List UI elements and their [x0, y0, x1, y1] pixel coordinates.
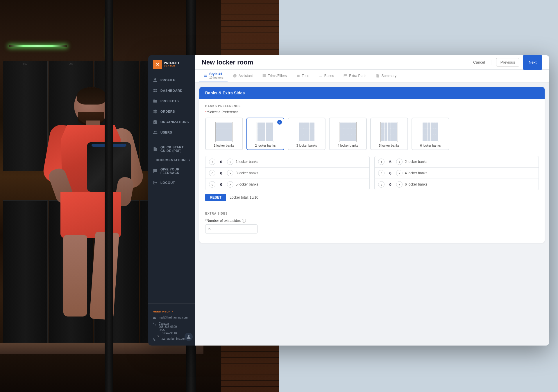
- select-pref-label: **Select a Preference: [205, 110, 539, 114]
- tab-bases-label: Bases: [324, 74, 334, 78]
- bank-2-label: 2 locker banks: [255, 144, 276, 147]
- back-button[interactable]: ‹: [153, 330, 163, 341]
- selected-checkmark: ✓: [277, 120, 282, 125]
- qty-value-6: 0: [387, 182, 394, 187]
- column-divider: [105, 0, 113, 392]
- qty-decrement-3[interactable]: ‹: [209, 170, 215, 176]
- tab-style1-sub: 10 lockers: [209, 76, 223, 79]
- qty-increment-1[interactable]: ›: [227, 159, 233, 165]
- sidebar-dashboard-label: DASHBOARD: [160, 89, 183, 92]
- usa-label: USA: [159, 328, 177, 332]
- qty-decrement-5[interactable]: ‹: [209, 181, 215, 188]
- summary-tab-icon: [376, 74, 380, 78]
- sidebar-item-logout[interactable]: Logout: [148, 177, 195, 188]
- bank-3-label: 3 locker banks: [296, 144, 317, 147]
- section-divider: [205, 207, 539, 207]
- bank-option-4[interactable]: 4 locker banks: [329, 118, 367, 150]
- bank-options: 1 locker banks ✓ 2 locker banks: [205, 118, 539, 150]
- qty-value-1: 0: [218, 160, 225, 164]
- sidebar-item-documentation[interactable]: Documentation ›: [148, 155, 195, 165]
- person-icon: [153, 78, 158, 82]
- file-pdf-icon: [153, 147, 158, 151]
- qty-increment-3[interactable]: ›: [227, 170, 233, 176]
- main-content: New locker room Cancel | Previous Next S…: [195, 55, 549, 346]
- info-icon[interactable]: i: [242, 219, 246, 223]
- locker-total: Locker total: 10/10: [230, 195, 258, 199]
- box-icon: [153, 109, 158, 114]
- qty-desc-6: 6 locker banks: [405, 182, 427, 186]
- next-button[interactable]: Next: [523, 55, 542, 70]
- tab-bar: Style #1 10 lockers Assistant Trims/Fill…: [195, 70, 549, 82]
- bank-option-3[interactable]: 3 locker banks: [288, 118, 326, 150]
- qty-desc-3: 3 locker banks: [236, 171, 258, 175]
- sidebar-logout-label: Logout: [160, 181, 175, 184]
- canada-label: Canada: [159, 322, 177, 325]
- action-divider: |: [491, 60, 493, 65]
- tab-tops[interactable]: Tops: [292, 71, 313, 81]
- qty-right-col: ‹ 5 › 2 locker banks ‹ 0 › 4 locker bank…: [374, 156, 539, 190]
- tab-tops-label: Tops: [302, 74, 309, 78]
- locker-diagram-2: [257, 122, 274, 142]
- num-extra-sides-input[interactable]: [205, 224, 257, 233]
- tab-assistant[interactable]: Assistant: [229, 71, 257, 81]
- qty-decrement-2[interactable]: ‹: [378, 159, 384, 165]
- sidebar-item-profile[interactable]: PROFILE: [148, 75, 195, 85]
- qty-value-2: 5: [387, 160, 394, 164]
- qty-decrement-1[interactable]: ‹: [209, 159, 215, 165]
- feedback-icon: [153, 169, 158, 173]
- logo-center-text: CENTER: [164, 65, 180, 67]
- email-icon: [153, 316, 156, 320]
- previous-button[interactable]: Previous: [496, 58, 520, 66]
- sidebar-item-dashboard[interactable]: DASHBOARD: [148, 85, 195, 96]
- logo-icon: [153, 60, 162, 69]
- qty-row-2: ‹ 5 › 2 locker banks: [374, 156, 539, 167]
- cancel-button[interactable]: Cancel: [470, 58, 488, 66]
- bank-option-5[interactable]: 5 locker banks: [370, 118, 408, 150]
- bank-option-1[interactable]: 1 locker banks: [205, 118, 243, 150]
- qty-increment-6[interactable]: ›: [396, 181, 403, 188]
- bank-option-2[interactable]: ✓ 2 locker banks: [246, 118, 284, 150]
- sidebar-item-feedback[interactable]: Give your Feedback: [148, 165, 195, 177]
- chevron-right-icon: ›: [189, 159, 190, 162]
- page-title: New locker room: [202, 59, 253, 66]
- user-avatar: [185, 333, 193, 341]
- phone-icon: [153, 322, 156, 326]
- tab-summary-label: Summary: [382, 74, 396, 78]
- sidebar-item-users[interactable]: USERS: [148, 127, 195, 138]
- logo-text: PROJECT CENTER: [164, 62, 180, 67]
- neon-light-horizontal: [9, 45, 67, 47]
- qty-row-6: ‹ 0 › 6 locker banks: [374, 179, 539, 190]
- grid-icon: [153, 88, 158, 93]
- qty-decrement-4[interactable]: ‹: [378, 170, 384, 176]
- bank-1-label: 1 locker banks: [214, 144, 235, 147]
- top-bar: New locker room Cancel | Previous Next: [195, 55, 549, 70]
- contact-email[interactable]: mail@hadrian-inc.com: [148, 315, 195, 321]
- qty-value-3: 0: [218, 171, 225, 175]
- num-extra-sides-label: *Number of extra sides i: [205, 219, 539, 223]
- tab-style1[interactable]: Style #1 10 lockers: [199, 70, 228, 82]
- qty-increment-4[interactable]: ›: [396, 170, 403, 176]
- qty-increment-2[interactable]: ›: [396, 159, 403, 165]
- reset-button[interactable]: RESET: [205, 194, 226, 201]
- qty-increment-5[interactable]: ›: [227, 181, 233, 188]
- tab-bases[interactable]: Bases: [314, 71, 338, 81]
- bank-option-6[interactable]: 6 locker banks: [412, 118, 449, 150]
- tab-summary[interactable]: Summary: [372, 71, 400, 81]
- qty-value-5: 0: [218, 182, 225, 187]
- svg-rect-2: [153, 91, 155, 92]
- locker-diagram-4: [339, 122, 357, 142]
- tab-trims[interactable]: Trims/Fillers: [258, 71, 291, 81]
- sidebar-item-orders[interactable]: ORDERS: [148, 106, 195, 117]
- qty-desc-2: 2 locker banks: [405, 160, 427, 164]
- tab-extra-parts[interactable]: Extra Parts: [339, 71, 370, 81]
- tab-extra-parts-label: Extra Parts: [349, 74, 366, 78]
- app-window: PROJECT CENTER PROFILE DASHBOARD PROJECT…: [148, 55, 549, 346]
- sidebar-item-organizations[interactable]: ORGANIZATIONS: [148, 117, 195, 127]
- sidebar-item-projects[interactable]: PROJECTS: [148, 96, 195, 106]
- building-icon: [153, 120, 158, 124]
- sidebar-item-quickstart[interactable]: Quick Start Guide (PDF): [148, 143, 195, 155]
- bank-6-label: 6 locker banks: [420, 144, 441, 147]
- qty-decrement-6[interactable]: ‹: [378, 181, 384, 188]
- svg-rect-0: [153, 89, 155, 90]
- banks-pref-label: BANKS PREFERENCE: [205, 105, 539, 108]
